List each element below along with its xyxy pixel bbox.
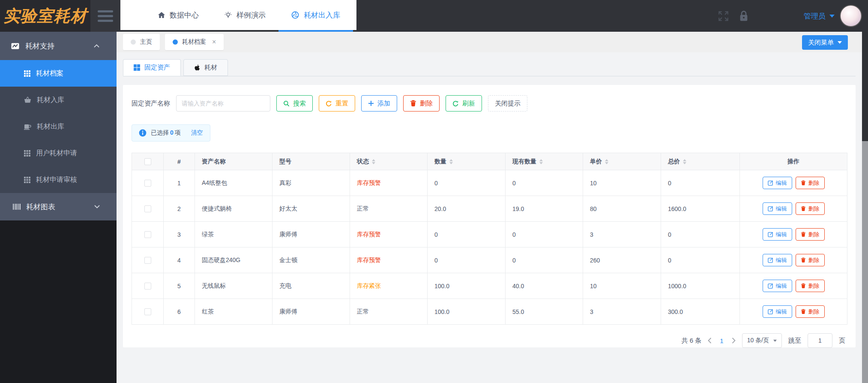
edit-button[interactable]: 编辑 xyxy=(763,202,792,215)
delete-row-button[interactable]: 删除 xyxy=(796,280,825,292)
tab-fixed-assets[interactable]: 固定资产 xyxy=(123,59,181,76)
row-checkbox[interactable] xyxy=(144,308,151,315)
vertical-scrollbar[interactable] xyxy=(862,32,868,383)
fullscreen-icon xyxy=(718,11,728,21)
chevron-down-icon xyxy=(838,41,842,44)
col-current-qty[interactable]: 现有数量 xyxy=(506,153,583,170)
reset-button[interactable]: 重置 xyxy=(319,95,355,112)
refresh-button[interactable]: 刷新 xyxy=(446,95,482,112)
total-count-label: 共 6 条 xyxy=(682,337,702,345)
sort-icon[interactable] xyxy=(449,159,453,164)
sidebar-group-consumable-support[interactable]: 耗材支持 xyxy=(0,32,117,60)
info-icon xyxy=(139,129,147,137)
delete-row-button[interactable]: 删除 xyxy=(796,254,825,266)
jump-page-input[interactable] xyxy=(808,333,832,348)
cell-qty: 0 xyxy=(428,222,506,247)
cell-unit-price: 3 xyxy=(583,299,661,325)
delete-row-button[interactable]: 删除 xyxy=(796,305,825,318)
sidebar-item-consumable-inbound[interactable]: 耗材入库 xyxy=(0,87,117,113)
trash-icon xyxy=(801,206,806,211)
asset-name-input[interactable] xyxy=(176,95,270,112)
close-icon[interactable]: × xyxy=(212,38,216,46)
sort-icon[interactable] xyxy=(605,159,608,164)
delete-button-label: 删除 xyxy=(808,231,820,238)
select-all-checkbox[interactable] xyxy=(144,158,151,165)
cell-index: 4 xyxy=(164,247,195,273)
tab-consumables[interactable]: 耗材 xyxy=(183,59,228,76)
refresh-button-label: 刷新 xyxy=(462,100,475,108)
close-tip-button[interactable]: 关闭提示 xyxy=(488,95,527,112)
sidebar-item-request-review[interactable]: 耗材申请审核 xyxy=(0,166,117,193)
search-button[interactable]: 搜索 xyxy=(276,95,313,112)
edit-icon xyxy=(768,309,773,314)
cell-asset-name: 便捷式躺椅 xyxy=(195,196,272,222)
username-label: 管理员 xyxy=(804,11,826,21)
edit-button[interactable]: 编辑 xyxy=(763,254,792,266)
cell-current-qty: 55.0 xyxy=(506,299,583,325)
row-checkbox[interactable] xyxy=(144,231,151,238)
grid-icon xyxy=(24,70,30,77)
sort-icon[interactable] xyxy=(683,159,686,164)
row-checkbox[interactable] xyxy=(144,205,151,212)
col-status[interactable]: 状态 xyxy=(350,153,428,170)
edit-button-label: 编辑 xyxy=(776,205,787,213)
sidebar-group-consumable-charts[interactable]: 耗材图表 xyxy=(0,193,117,220)
nav-tab-data-center[interactable]: 数据中心 xyxy=(145,0,212,30)
row-checkbox[interactable] xyxy=(144,283,151,290)
delete-row-button[interactable]: 删除 xyxy=(796,202,825,215)
cell-status: 库存预警 xyxy=(350,222,428,247)
scrollbar-thumb[interactable] xyxy=(862,32,868,141)
edit-button[interactable]: 编辑 xyxy=(763,228,792,241)
tab-label: 耗材档案 xyxy=(182,38,206,46)
table-row: 1A4纸整包真彩库存预警00100编辑删除 xyxy=(132,170,847,196)
edit-icon xyxy=(768,206,773,211)
pagination: 共 6 条 1 10 条/页 跳至 页 xyxy=(132,333,847,348)
tab-label: 主页 xyxy=(140,38,152,46)
avatar[interactable] xyxy=(840,5,862,27)
sidebar-toggle-button[interactable] xyxy=(90,0,120,32)
next-page-button[interactable] xyxy=(732,338,736,344)
cell-total-price: 0 xyxy=(661,222,740,247)
edit-button[interactable]: 编辑 xyxy=(763,280,792,292)
tab-consumable-archive[interactable]: 耗材档案 × xyxy=(165,34,224,50)
row-checkbox[interactable] xyxy=(144,257,151,264)
delete-row-button[interactable]: 删除 xyxy=(796,228,825,241)
edit-icon xyxy=(768,257,773,263)
fullscreen-button[interactable] xyxy=(718,0,728,32)
prev-page-button[interactable] xyxy=(708,338,712,344)
cell-asset-name: 无线鼠标 xyxy=(195,273,272,299)
row-checkbox[interactable] xyxy=(144,180,151,187)
nav-tab-sample-demo[interactable]: 样例演示 xyxy=(212,0,278,30)
tab-home[interactable]: 主页 xyxy=(123,34,160,50)
add-button[interactable]: 添加 xyxy=(361,95,397,112)
sidebar-group-label: 耗材支持 xyxy=(25,41,54,51)
edit-button-label: 编辑 xyxy=(776,231,787,238)
app-window: 实验室耗材 数据中心 样例演示 耗材出入库 管理员 xyxy=(0,0,868,383)
delete-row-button[interactable]: 删除 xyxy=(796,177,825,189)
clear-selection-link[interactable]: 清空 xyxy=(191,129,203,137)
edit-button[interactable]: 编辑 xyxy=(763,305,792,318)
table-row: 2便捷式躺椅好太太正常20.019.0801600.0编辑删除 xyxy=(132,196,847,222)
sidebar-item-label: 耗材出库 xyxy=(37,122,64,131)
edit-icon xyxy=(768,232,773,237)
delete-button[interactable]: 删除 xyxy=(403,95,440,112)
close-menu-button[interactable]: 关闭菜单 xyxy=(802,35,848,50)
sidebar-item-consumable-outbound[interactable]: 耗材出库 xyxy=(0,113,117,140)
lock-icon xyxy=(739,10,748,21)
user-menu[interactable]: 管理员 xyxy=(804,0,835,32)
page-size-select[interactable]: 10 条/页 xyxy=(742,333,782,348)
sort-icon[interactable] xyxy=(372,159,375,164)
col-unit-price[interactable]: 单价 xyxy=(583,153,661,170)
nav-tab-label: 耗材出入库 xyxy=(304,10,340,20)
sort-icon[interactable] xyxy=(539,159,543,164)
col-total-price[interactable]: 总价 xyxy=(661,153,740,170)
lock-screen-button[interactable] xyxy=(739,0,748,32)
sidebar-item-user-consumable-request[interactable]: 用户耗材申请 xyxy=(0,140,117,166)
edit-button[interactable]: 编辑 xyxy=(763,177,792,189)
home-icon xyxy=(158,12,165,18)
table-header-row: # 资产名称 型号 状态 数量 现有数量 单价 总价 操作 xyxy=(132,153,847,170)
sidebar-item-consumable-archive[interactable]: 耗材档案 xyxy=(0,60,117,87)
page-number[interactable]: 1 xyxy=(718,337,725,344)
col-qty[interactable]: 数量 xyxy=(428,153,506,170)
nav-tab-inout-stock[interactable]: 耗材出入库 xyxy=(278,0,353,30)
